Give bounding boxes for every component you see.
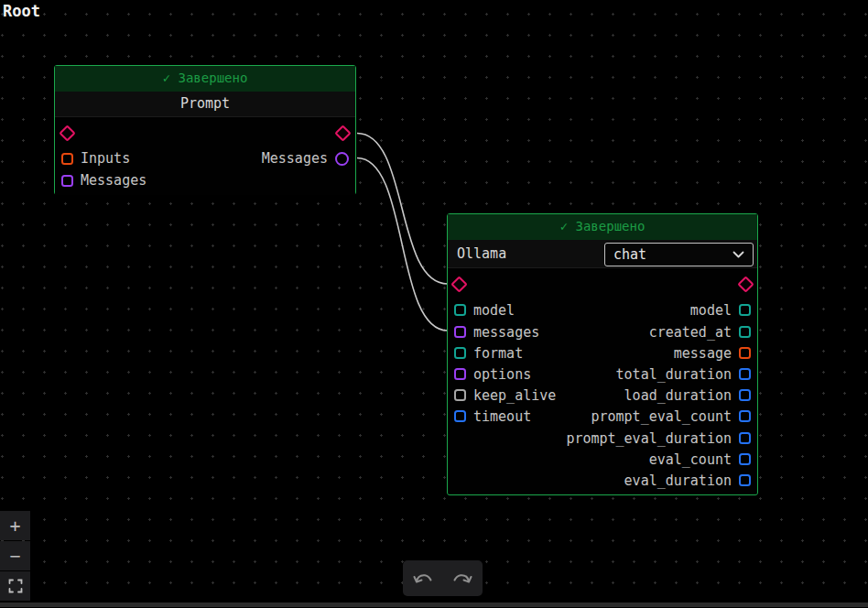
- minus-icon: −: [9, 545, 20, 567]
- input-port-label: format: [473, 345, 523, 362]
- plus-icon: +: [9, 515, 20, 537]
- node-title-text: Prompt: [180, 95, 230, 112]
- output-port[interactable]: [739, 347, 751, 359]
- node-title: Ollama chat: [448, 240, 757, 268]
- output-port[interactable]: [739, 389, 751, 401]
- check-icon: ✓: [163, 71, 170, 85]
- input-port-label: timeout: [473, 408, 531, 425]
- port-row: Messages: [55, 169, 355, 191]
- input-port[interactable]: [454, 304, 466, 316]
- output-port[interactable]: [739, 410, 751, 422]
- history-bar: [403, 560, 483, 596]
- node-body: model model messages created_at format: [448, 268, 757, 494]
- zoom-in-button[interactable]: +: [0, 511, 30, 540]
- output-port[interactable]: [739, 474, 751, 486]
- flow-out-port[interactable]: [334, 125, 351, 141]
- output-port[interactable]: [739, 453, 751, 465]
- input-port[interactable]: [61, 175, 73, 187]
- undo-button[interactable]: [403, 560, 443, 596]
- connection-wire[interactable]: [357, 134, 448, 285]
- input-port-label: Inputs: [81, 150, 130, 167]
- undo-icon: [412, 571, 434, 586]
- node-prompt[interactable]: ✓ Завершено Prompt Inputs Messages Messa…: [54, 65, 356, 195]
- breadcrumb[interactable]: Root: [3, 2, 40, 20]
- port-row: keep_alive load_duration: [448, 385, 757, 406]
- input-port-label: keep_alive: [473, 387, 556, 404]
- input-port[interactable]: [454, 326, 466, 338]
- node-status-bar: ✓ Завершено: [55, 66, 355, 92]
- chevron-down-icon: [732, 251, 744, 258]
- port-row: options total_duration: [448, 364, 757, 385]
- redo-button[interactable]: [443, 560, 483, 596]
- horizontal-scrollbar[interactable]: [0, 603, 868, 607]
- port-row: eval_duration: [448, 470, 757, 491]
- port-row: messages created_at: [448, 321, 757, 342]
- flow-in-port[interactable]: [450, 276, 467, 292]
- connection-wire[interactable]: [357, 158, 448, 331]
- input-port[interactable]: [454, 410, 466, 422]
- output-port[interactable]: [739, 304, 751, 316]
- output-port-label: Messages: [262, 150, 328, 167]
- redo-icon: [451, 571, 473, 586]
- input-port-label: Messages: [81, 172, 146, 189]
- port-row: timeout prompt_eval_count: [448, 406, 757, 427]
- output-port-label: message: [674, 345, 732, 362]
- flow-out-port[interactable]: [737, 276, 754, 292]
- input-port-label: messages: [473, 324, 539, 341]
- node-status-bar: ✓ Завершено: [448, 214, 757, 240]
- output-port-label: eval_duration: [624, 472, 732, 489]
- output-port[interactable]: [739, 432, 751, 444]
- port-row: eval_count: [448, 449, 757, 470]
- input-port-label: model: [473, 302, 515, 319]
- status-text: Завершено: [179, 71, 248, 85]
- input-port[interactable]: [61, 153, 73, 165]
- zoom-controls: + −: [0, 511, 30, 602]
- check-icon: ✓: [560, 219, 568, 233]
- port-row: Inputs Messages: [55, 147, 355, 169]
- status-text: Завершено: [576, 219, 646, 233]
- port-row: format message: [448, 342, 757, 364]
- method-select-value: chat: [613, 246, 646, 263]
- output-port-label: created_at: [649, 324, 732, 341]
- node-body: Inputs Messages Messages: [55, 117, 355, 195]
- port-row: prompt_eval_duration: [448, 428, 757, 449]
- input-port[interactable]: [454, 368, 466, 380]
- zoom-out-button[interactable]: −: [0, 541, 30, 570]
- method-select[interactable]: chat: [604, 243, 754, 266]
- output-port-label: prompt_eval_duration: [566, 430, 732, 447]
- output-port-label: total_duration: [616, 366, 732, 383]
- output-port-label: prompt_eval_count: [591, 408, 732, 425]
- output-port-label: load_duration: [624, 387, 732, 404]
- node-title: Prompt: [55, 92, 355, 117]
- input-port[interactable]: [454, 347, 466, 359]
- node-ollama[interactable]: ✓ Завершено Ollama chat model model: [447, 213, 758, 495]
- fit-view-icon: [8, 579, 23, 593]
- fit-view-button[interactable]: [0, 571, 30, 601]
- flow-in-port[interactable]: [59, 125, 75, 141]
- port-row: model model: [448, 299, 757, 320]
- output-port[interactable]: [739, 326, 751, 338]
- output-port[interactable]: [739, 368, 751, 380]
- input-port[interactable]: [454, 389, 466, 401]
- node-title-text: Ollama: [457, 240, 506, 267]
- output-port[interactable]: [335, 152, 349, 166]
- input-port-label: options: [473, 366, 531, 383]
- output-port-label: eval_count: [649, 451, 732, 468]
- output-port-label: model: [690, 302, 732, 319]
